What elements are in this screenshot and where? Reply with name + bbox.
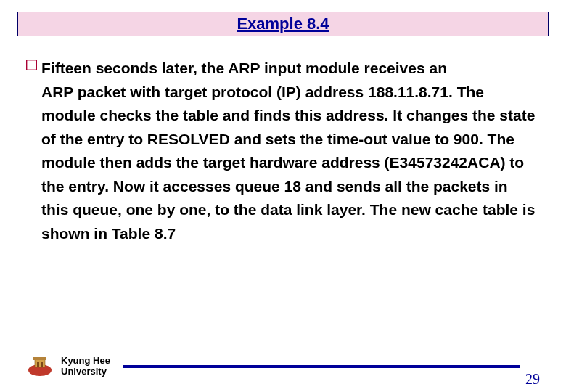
square-bullet-icon	[26, 60, 37, 70]
university-name: Kyung Hee University	[61, 356, 110, 377]
svg-rect-4	[37, 362, 39, 367]
footer: Kyung Hee University	[26, 356, 549, 377]
bullet-row: Fifteen seconds later, the ARP input mod…	[26, 57, 537, 81]
footer-divider	[123, 365, 520, 368]
svg-rect-0	[27, 60, 37, 70]
svg-rect-3	[33, 357, 46, 360]
page-number: 29	[525, 371, 540, 388]
svg-rect-5	[41, 362, 43, 367]
title-bar: Example 8.4	[17, 12, 549, 36]
body-text-continuation: ARP packet with target protocol (IP) add…	[41, 81, 537, 246]
content-area: Fifteen seconds later, the ARP input mod…	[26, 57, 537, 245]
university-name-line2: University	[61, 367, 110, 377]
university-name-line1: Kyung Hee	[61, 356, 110, 367]
body-text-first-line: Fifteen seconds later, the ARP input mod…	[41, 57, 447, 81]
university-logo-icon	[26, 356, 54, 377]
slide-title: Example 8.4	[237, 15, 329, 33]
